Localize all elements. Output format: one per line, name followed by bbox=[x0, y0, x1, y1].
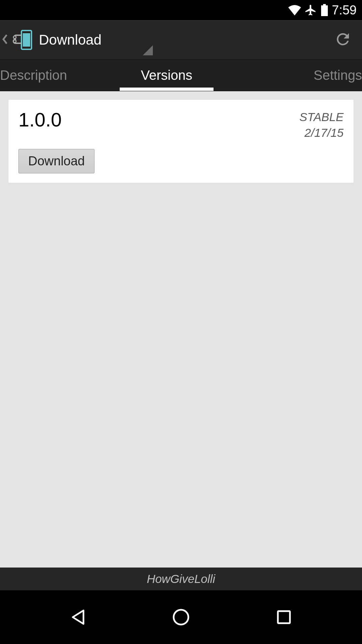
spinner-triangle-icon bbox=[143, 45, 153, 57]
action-bar: Download bbox=[0, 20, 362, 60]
nav-home-button[interactable] bbox=[172, 608, 190, 627]
channel-label: STABLE bbox=[299, 109, 344, 125]
version-card: 1.0.0 STABLE 2/17/15 Download bbox=[8, 99, 354, 183]
svg-rect-3 bbox=[23, 33, 30, 47]
svg-point-4 bbox=[13, 36, 16, 39]
back-button[interactable] bbox=[2, 20, 39, 59]
footer-bar: HowGiveLolli bbox=[0, 568, 362, 590]
status-bar: 7:59 bbox=[0, 0, 362, 20]
battery-icon bbox=[320, 4, 328, 16]
svg-point-5 bbox=[13, 40, 16, 43]
circle-home-icon bbox=[172, 608, 190, 627]
page-title: Download bbox=[39, 32, 102, 48]
square-recent-icon bbox=[275, 608, 293, 627]
airplane-icon bbox=[304, 4, 317, 16]
tab-label: Versions bbox=[141, 68, 192, 83]
tab-settings[interactable]: Settings bbox=[229, 60, 362, 91]
system-nav-bar bbox=[0, 590, 362, 644]
svg-rect-1 bbox=[321, 5, 328, 16]
version-meta: STABLE 2/17/15 bbox=[299, 109, 344, 141]
footer-label: HowGiveLolli bbox=[147, 572, 215, 586]
card-header: 1.0.0 STABLE 2/17/15 bbox=[18, 109, 344, 141]
tab-label: Settings bbox=[313, 68, 362, 83]
tabs: Description Versions Settings bbox=[0, 60, 362, 91]
tab-versions[interactable]: Versions bbox=[105, 60, 229, 91]
download-button[interactable]: Download bbox=[18, 149, 95, 173]
title-spinner[interactable]: Download bbox=[39, 20, 328, 59]
svg-rect-0 bbox=[323, 4, 326, 5]
nav-recent-button[interactable] bbox=[275, 608, 293, 627]
status-time: 7:59 bbox=[332, 3, 357, 17]
tab-label: Description bbox=[0, 68, 67, 83]
svg-rect-7 bbox=[278, 611, 290, 623]
refresh-icon bbox=[334, 44, 352, 49]
app-icon bbox=[10, 29, 33, 51]
version-number: 1.0.0 bbox=[18, 109, 62, 130]
back-chevron-icon bbox=[2, 34, 8, 46]
refresh-button[interactable] bbox=[328, 24, 358, 56]
triangle-back-icon bbox=[69, 608, 87, 627]
svg-point-6 bbox=[174, 610, 188, 625]
tab-description[interactable]: Description bbox=[0, 60, 105, 91]
release-date: 2/17/15 bbox=[299, 125, 344, 141]
wifi-icon bbox=[288, 5, 301, 15]
nav-back-button[interactable] bbox=[69, 608, 87, 627]
content-area: 1.0.0 STABLE 2/17/15 Download bbox=[0, 91, 362, 590]
